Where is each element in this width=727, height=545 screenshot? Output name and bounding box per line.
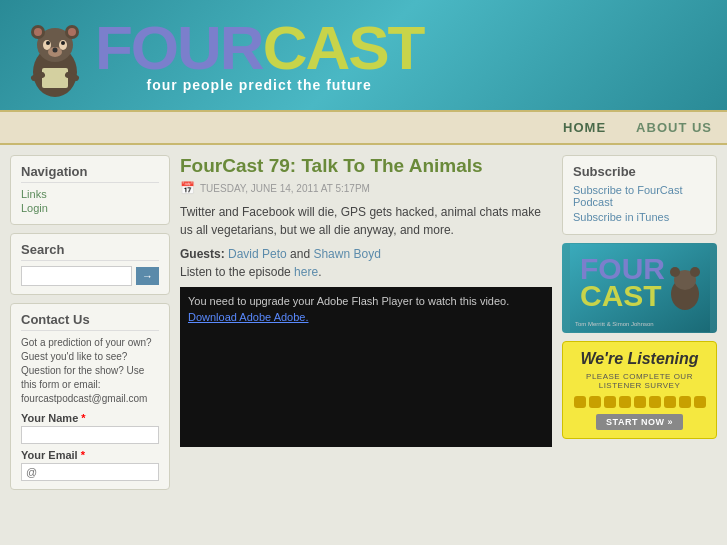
- contact-section: Contact Us Got a prediction of your own?…: [10, 303, 170, 490]
- survey-subtitle: PLEASE COMPLETE OUR LISTENER SURVEY: [571, 372, 708, 390]
- subscribe-title: Subscribe: [573, 164, 706, 179]
- svg-point-4: [34, 28, 42, 36]
- navbar: HOME ABOUT US: [0, 110, 727, 145]
- video-player: You need to upgrade your Adobe Flash Pla…: [180, 287, 552, 447]
- header: FOURCAST four people predict the future: [0, 0, 727, 110]
- post-meta: 📅 TUESDAY, JUNE 14, 2011 AT 5:17PM: [180, 181, 552, 195]
- email-required: *: [81, 449, 85, 461]
- svg-point-22: [690, 267, 700, 277]
- survey-dot: [604, 396, 616, 408]
- flash-message: You need to upgrade your Adobe Flash Pla…: [188, 295, 544, 307]
- survey-dot: [664, 396, 676, 408]
- svg-line-13: [34, 75, 42, 78]
- svg-text:CAST: CAST: [580, 279, 662, 312]
- svg-point-11: [53, 48, 58, 53]
- subscribe-section: Subscribe Subscribe to FourCast Podcast …: [562, 155, 717, 235]
- survey-dot: [574, 396, 586, 408]
- survey-dot: [589, 396, 601, 408]
- contact-text: Got a prediction of your own? Guest you'…: [21, 336, 159, 406]
- svg-point-5: [68, 28, 76, 36]
- nav-about[interactable]: ABOUT US: [636, 120, 712, 135]
- search-input[interactable]: [21, 266, 132, 286]
- and-text: and: [287, 247, 314, 261]
- survey-dot: [619, 396, 631, 408]
- svg-point-21: [670, 267, 680, 277]
- left-sidebar: Navigation Links Login Search → Contact …: [10, 155, 170, 498]
- guests-label: Guests:: [180, 247, 228, 261]
- survey-start-button[interactable]: START NOW »: [596, 414, 683, 430]
- nav-login-link[interactable]: Login: [21, 202, 159, 214]
- nav-section: Navigation Links Login: [10, 155, 170, 225]
- guests-line: Guests: David Peto and Shawn Boyd: [180, 247, 552, 261]
- calendar-icon: 📅: [180, 181, 195, 195]
- svg-point-8: [46, 41, 50, 45]
- post-body: Twitter and Facebook will die, GPS gets …: [180, 203, 552, 239]
- svg-line-14: [68, 75, 76, 78]
- logo-subtitle: four people predict the future: [147, 77, 372, 93]
- nav-home[interactable]: HOME: [563, 120, 606, 135]
- post-date: TUESDAY, JUNE 14, 2011 AT 5:17PM: [200, 183, 370, 194]
- email-label: Your Email *: [21, 449, 159, 461]
- flash-download-link[interactable]: Download Adobe Adobe.: [188, 311, 544, 323]
- nav-links-link[interactable]: Links: [21, 188, 159, 200]
- logo-title: FOURCAST: [95, 17, 423, 79]
- main-content: FourCast 79: Talk To The Animals 📅 TUESD…: [180, 155, 552, 498]
- guest1-link[interactable]: David Peto: [228, 247, 287, 261]
- podcast-image: FOUR CAST Tom Merritt & Simon Johnson: [562, 243, 717, 333]
- search-button[interactable]: →: [136, 267, 159, 285]
- survey-dots: [571, 396, 708, 408]
- guest2-link[interactable]: Shawn Boyd: [313, 247, 380, 261]
- email-input[interactable]: [21, 463, 159, 481]
- survey-dot: [634, 396, 646, 408]
- post-title: FourCast 79: Talk To The Animals: [180, 155, 552, 177]
- contact-title: Contact Us: [21, 312, 159, 331]
- name-input[interactable]: [21, 426, 159, 444]
- survey-dot: [649, 396, 661, 408]
- search-row: →: [21, 266, 159, 286]
- right-sidebar: Subscribe Subscribe to FourCast Podcast …: [562, 155, 717, 498]
- search-section: Search →: [10, 233, 170, 295]
- survey-dot: [694, 396, 706, 408]
- podcast-cover-art: FOUR CAST Tom Merritt & Simon Johnson: [570, 244, 710, 332]
- survey-dot: [679, 396, 691, 408]
- mascot-icon: [20, 10, 90, 100]
- svg-rect-12: [42, 68, 68, 88]
- subscribe-itunes-link[interactable]: Subscribe in iTunes: [573, 211, 706, 223]
- listen-period: .: [318, 265, 321, 279]
- logo-text: FOURCAST four people predict the future: [95, 17, 423, 93]
- logo-four: FOUR: [95, 13, 263, 82]
- svg-point-9: [61, 41, 65, 45]
- logo-cast: CAST: [263, 13, 424, 82]
- survey-banner: We're Listening PLEASE COMPLETE OUR LIST…: [562, 341, 717, 439]
- nav-title: Navigation: [21, 164, 159, 183]
- listen-line: Listen to the episode here.: [180, 265, 552, 279]
- content-area: Navigation Links Login Search → Contact …: [0, 145, 727, 508]
- name-required: *: [81, 412, 85, 424]
- listen-prefix: Listen to the episode: [180, 265, 294, 279]
- subscribe-podcast-link[interactable]: Subscribe to FourCast Podcast: [573, 184, 706, 208]
- logo-area: FOURCAST four people predict the future: [0, 0, 443, 110]
- name-label: Your Name *: [21, 412, 159, 424]
- svg-text:Tom Merritt & Simon Johnson: Tom Merritt & Simon Johnson: [575, 321, 654, 327]
- search-title: Search: [21, 242, 159, 261]
- listen-here-link[interactable]: here: [294, 265, 318, 279]
- survey-title: We're Listening: [571, 350, 708, 368]
